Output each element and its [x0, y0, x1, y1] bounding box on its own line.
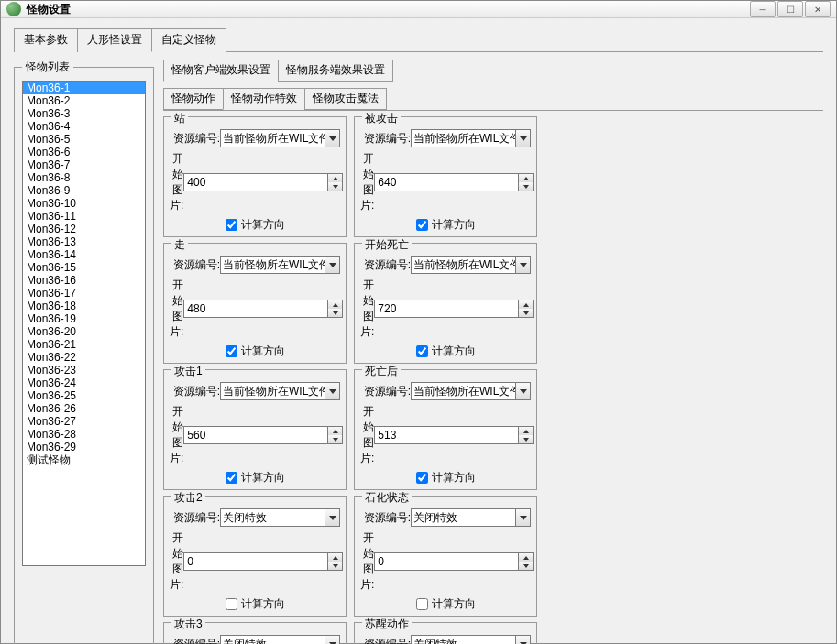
- start-img-label: 开始图片:: [170, 151, 183, 213]
- list-item[interactable]: Mon36-10: [23, 197, 145, 210]
- calc-dir-label: 计算方向: [432, 344, 476, 359]
- tab-basic[interactable]: 基本参数: [14, 28, 78, 52]
- list-item[interactable]: 测试怪物: [23, 453, 145, 466]
- spin-up[interactable]: [328, 174, 342, 182]
- spin-up[interactable]: [328, 553, 342, 562]
- list-item[interactable]: Mon36-14: [23, 248, 145, 261]
- list-item[interactable]: Mon36-7: [23, 158, 145, 171]
- spin-up[interactable]: [328, 427, 342, 435]
- res-id-label: 资源编号:: [170, 637, 220, 645]
- list-item[interactable]: Mon36-8: [23, 171, 145, 184]
- list-item[interactable]: Mon36-20: [23, 325, 145, 338]
- calc-dir-label: 计算方向: [241, 217, 285, 233]
- spin-up[interactable]: [519, 174, 533, 182]
- chevron-down-icon[interactable]: [515, 257, 530, 273]
- spin-up[interactable]: [519, 300, 533, 309]
- res-id-combo[interactable]: 当前怪物所在WIL文件: [220, 256, 340, 274]
- list-item[interactable]: Mon36-12: [23, 223, 145, 235]
- start-img-input[interactable]: [374, 300, 519, 318]
- list-item[interactable]: Mon36-29: [23, 441, 145, 453]
- list-item[interactable]: Mon36-1: [23, 82, 145, 94]
- list-item[interactable]: Mon36-18: [23, 300, 145, 312]
- chevron-down-icon[interactable]: [515, 383, 530, 399]
- start-img-input[interactable]: [183, 552, 328, 571]
- list-item[interactable]: Mon36-24: [23, 377, 145, 389]
- chevron-down-icon[interactable]: [325, 636, 339, 644]
- calc-dir-checkbox[interactable]: [416, 219, 428, 231]
- start-img-input[interactable]: [374, 426, 519, 444]
- list-item[interactable]: Mon36-2: [23, 94, 145, 107]
- list-item[interactable]: Mon36-27: [23, 415, 145, 428]
- spin-down[interactable]: [519, 562, 533, 570]
- res-id-combo[interactable]: 当前怪物所在WIL文件: [411, 256, 531, 274]
- spin-down[interactable]: [519, 182, 533, 191]
- list-item[interactable]: Mon36-23: [23, 364, 145, 377]
- subtab-action-fx[interactable]: 怪物动作特效: [223, 88, 305, 110]
- list-item[interactable]: Mon36-3: [23, 107, 145, 120]
- minimize-button[interactable]: ─: [750, 1, 776, 17]
- start-img-input[interactable]: [183, 173, 328, 191]
- list-item[interactable]: Mon36-19: [23, 312, 145, 325]
- calc-dir-checkbox[interactable]: [226, 345, 237, 357]
- chevron-down-icon[interactable]: [515, 509, 530, 526]
- spin-down[interactable]: [328, 182, 342, 191]
- list-item[interactable]: Mon36-17: [23, 287, 145, 300]
- list-item[interactable]: Mon36-28: [23, 428, 145, 441]
- maximize-button[interactable]: ☐: [777, 1, 803, 17]
- subtab-attack-magic[interactable]: 怪物攻击魔法: [304, 88, 387, 110]
- chevron-down-icon[interactable]: [325, 257, 339, 273]
- res-id-combo[interactable]: 当前怪物所在WIL文件: [411, 382, 531, 400]
- spin-down[interactable]: [328, 309, 342, 317]
- list-item[interactable]: Mon36-11: [23, 210, 145, 223]
- calc-dir-checkbox[interactable]: [416, 472, 428, 484]
- subtab-server-effects[interactable]: 怪物服务端效果设置: [278, 60, 393, 82]
- start-img-input[interactable]: [374, 552, 519, 571]
- list-item[interactable]: Mon36-21: [23, 338, 145, 351]
- list-item[interactable]: Mon36-4: [23, 120, 145, 133]
- calc-dir-checkbox[interactable]: [416, 345, 428, 357]
- monster-listbox[interactable]: Mon36-1Mon36-2Mon36-3Mon36-4Mon36-5Mon36…: [22, 81, 146, 566]
- list-item[interactable]: Mon36-15: [23, 261, 145, 274]
- tab-humanoid[interactable]: 人形怪设置: [77, 28, 152, 52]
- list-item[interactable]: Mon36-26: [23, 402, 145, 415]
- calc-dir-checkbox[interactable]: [226, 219, 237, 231]
- spin-down[interactable]: [519, 435, 533, 443]
- spin-up[interactable]: [519, 553, 533, 562]
- calc-dir-checkbox[interactable]: [226, 472, 237, 484]
- list-item[interactable]: Mon36-6: [23, 146, 145, 158]
- res-id-combo[interactable]: 当前怪物所在WIL文件: [220, 129, 340, 147]
- spin-down[interactable]: [328, 562, 342, 570]
- start-img-input[interactable]: [183, 300, 328, 318]
- list-item[interactable]: Mon36-5: [23, 133, 145, 146]
- spin-down[interactable]: [328, 435, 342, 443]
- app-icon: [6, 2, 21, 16]
- start-img-input[interactable]: [374, 173, 519, 191]
- chevron-down-icon[interactable]: [325, 130, 339, 147]
- res-id-combo[interactable]: 当前怪物所在WIL文件: [411, 129, 531, 147]
- calc-dir-checkbox[interactable]: [226, 598, 237, 610]
- list-item[interactable]: Mon36-13: [23, 235, 145, 248]
- list-item[interactable]: Mon36-25: [23, 389, 145, 402]
- tab-custom[interactable]: 自定义怪物: [151, 28, 226, 52]
- res-id-combo[interactable]: 关闭特效: [411, 508, 531, 527]
- res-id-combo[interactable]: 关闭特效: [411, 635, 531, 644]
- chevron-down-icon[interactable]: [515, 636, 530, 644]
- chevron-down-icon[interactable]: [515, 130, 530, 147]
- res-id-combo[interactable]: 关闭特效: [220, 635, 340, 644]
- res-id-combo[interactable]: 当前怪物所在WIL文件: [220, 382, 340, 400]
- list-item[interactable]: Mon36-16: [23, 274, 145, 287]
- start-img-input[interactable]: [183, 426, 328, 444]
- close-button[interactable]: ✕: [805, 1, 831, 17]
- res-id-combo[interactable]: 关闭特效: [220, 508, 340, 527]
- list-item[interactable]: Mon36-9: [23, 184, 145, 197]
- spin-down[interactable]: [519, 309, 533, 317]
- calc-dir-checkbox[interactable]: [416, 598, 428, 610]
- spin-up[interactable]: [328, 300, 342, 309]
- subtab-action[interactable]: 怪物动作: [163, 88, 224, 110]
- chevron-down-icon[interactable]: [325, 383, 339, 399]
- effect-group-title: 苏醒动作: [362, 617, 412, 632]
- spin-up[interactable]: [519, 427, 533, 435]
- chevron-down-icon[interactable]: [325, 509, 339, 526]
- list-item[interactable]: Mon36-22: [23, 351, 145, 364]
- subtab-client-effects[interactable]: 怪物客户端效果设置: [163, 60, 279, 82]
